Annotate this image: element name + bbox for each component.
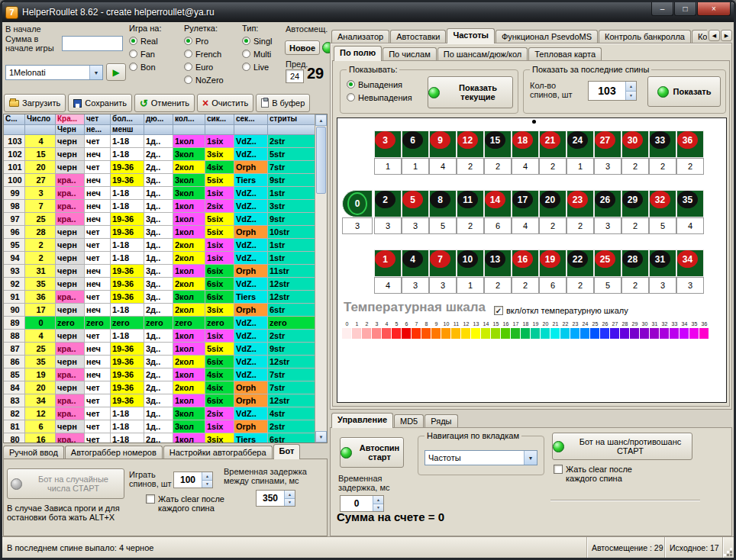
resize-grip[interactable] xyxy=(723,537,734,558)
spin-row[interactable]: 8420чернчет19-362д..2кол4sixOrph7str xyxy=(4,381,327,394)
combo-arrow-icon[interactable]: ▼ xyxy=(89,66,102,79)
roulette-option-0[interactable]: Pro xyxy=(184,34,239,47)
spin-row[interactable]: 8519кра..неч19-362д..1кол4sixVdZ..7str xyxy=(4,369,327,381)
spin-row[interactable]: 816чернчет1-181д..3кол1sixOrph2str xyxy=(4,420,327,433)
toolbar-save-button[interactable]: Сохранить xyxy=(68,94,132,112)
new-autoshift-button[interactable]: Новое xyxy=(285,40,320,55)
control-tab-2[interactable]: Ряды xyxy=(424,414,457,428)
show-current-button[interactable]: Показать текущие xyxy=(428,76,513,108)
autospin-start-button[interactable]: Автоспин старт xyxy=(340,437,404,468)
chance-bot-start-button[interactable]: Бот на шанс/противошанс СТАРТ xyxy=(552,433,692,460)
type-option-0[interactable]: Singl xyxy=(242,34,283,47)
control-tab-1[interactable]: MD5 xyxy=(394,414,424,428)
clipboard-icon xyxy=(261,98,269,108)
spin-down-button[interactable]: ▼ xyxy=(626,92,636,101)
main-tab-4[interactable]: Контроль банкролла xyxy=(599,30,691,43)
spin-row[interactable]: 8725кра..неч19-363д..1кол5sixVdZ..9str xyxy=(4,343,327,356)
game-option-2[interactable]: Bon xyxy=(129,60,181,73)
control-delay-value[interactable]: 0 xyxy=(341,496,373,511)
freq-tab-2[interactable]: По шансам/дюж/кол xyxy=(437,47,528,61)
spin-row[interactable]: 987кра..неч1-181д..1кол2sixVdZ..3str xyxy=(4,200,327,213)
clear-after-spin-checkbox[interactable]: Жать clear после каждого спина xyxy=(554,465,645,483)
control-tab-0[interactable]: Управление xyxy=(331,413,393,428)
spin-up-button[interactable]: ▲ xyxy=(626,82,636,92)
tab-navigation-combo[interactable]: Частоты ▼ xyxy=(424,450,537,465)
roulette-option-3[interactable]: NoZero xyxy=(184,73,239,86)
show-button-label: Показать xyxy=(673,87,712,96)
spin-row[interactable]: 952чернчет1-181д..2кол1sixVdZ..1str xyxy=(4,239,327,252)
preset-combo[interactable]: 1Melonati ▼ xyxy=(5,65,103,80)
scale-color-swatch xyxy=(372,328,382,339)
spin-row[interactable]: 8016кра..чет1-182д..1кол3sixTiers6str xyxy=(4,433,327,443)
spins-count-value[interactable]: 100 xyxy=(174,472,202,488)
close-button[interactable]: × xyxy=(697,2,731,16)
freq-tab-3[interactable]: Тепловая карта xyxy=(528,47,602,61)
main-tab-1[interactable]: Автоставки xyxy=(390,30,446,43)
clear-after-spin-checkbox[interactable]: Жать clear после каждого спина xyxy=(146,494,225,513)
combo-arrow-icon[interactable]: ▼ xyxy=(524,451,537,465)
minimize-button[interactable]: – xyxy=(651,2,673,16)
toolbar-undo-button[interactable]: ↺Отменить xyxy=(134,94,195,112)
last-spins-value[interactable]: 103 xyxy=(589,82,625,100)
toolbar-clear-button[interactable]: ×Очистить xyxy=(197,94,253,112)
input-tab-1[interactable]: Автограббер номеров xyxy=(65,446,163,459)
scroll-up-icon[interactable]: ▲ xyxy=(315,114,327,126)
spin-row[interactable]: 9628чернчет19-363д..1кол5sixOrph10str xyxy=(4,226,327,239)
random-bot-start-button[interactable]: Бот на случайные числа СТАРТ xyxy=(7,468,124,499)
spins-table[interactable]: С...ЧислоКра...четбол...дю...кол...сик..… xyxy=(3,114,328,443)
spin-up-button[interactable]: ▲ xyxy=(202,472,212,481)
spin-row[interactable]: 9235черннеч19-363д..2кол6sixVdZ..12str xyxy=(4,278,327,291)
roulette-option-2[interactable]: Euro xyxy=(184,60,239,73)
input-tab-2[interactable]: Настройки автограббера xyxy=(163,446,273,459)
spin-down-button[interactable]: ▼ xyxy=(202,481,212,488)
tabs-scroll-right-button[interactable]: ▶ xyxy=(721,30,732,41)
main-tab-5[interactable]: Колесо xyxy=(692,30,707,43)
spin-delay-value[interactable]: 350 xyxy=(257,491,284,506)
game-option-0[interactable]: Real xyxy=(129,34,181,47)
show-option-0[interactable]: Выпадения xyxy=(347,78,412,91)
show-button[interactable]: Показать xyxy=(647,76,721,107)
spin-down-button[interactable]: ▼ xyxy=(285,499,295,507)
spin-row[interactable]: 8212кра..чет1-181д..3кол2sixVdZ..4str xyxy=(4,407,327,420)
main-tab-3[interactable]: Функционал PsevdoMS xyxy=(496,30,598,43)
type-option-1[interactable]: Multi xyxy=(242,47,283,60)
main-tab-0[interactable]: Анализатор xyxy=(331,30,389,43)
spin-row[interactable]: 9725кра..неч19-363д..1кол5sixVdZ..9str xyxy=(4,213,327,226)
scroll-thumb[interactable] xyxy=(316,127,326,194)
spin-row[interactable]: 10120чернчет19-362д..2кол4sixOrph7str xyxy=(4,161,327,174)
spin-row[interactable]: 890zerozerozerozerozerozeroVdZ..zero xyxy=(4,317,327,330)
spin-row[interactable]: 993кра..неч1-181д..3кол1sixVdZ..1str xyxy=(4,187,327,200)
freq-tab-1[interactable]: По числам xyxy=(383,47,437,61)
spin-row[interactable]: 9136кра..чет19-363д..3кол6sixTiers12str xyxy=(4,291,327,304)
show-option-1[interactable]: Невыпадения xyxy=(347,91,412,104)
titlebar[interactable]: 7 HelperRoullet 8.62 - create helperroul… xyxy=(2,2,734,22)
start-sum-input[interactable] xyxy=(62,36,123,51)
maximize-button[interactable]: □ xyxy=(674,2,696,16)
play-button[interactable]: ▶ xyxy=(106,63,126,81)
spin-row[interactable]: 10027кра..неч19-363д..3кол5sixTiers9str xyxy=(4,174,327,187)
spin-up-button[interactable]: ▲ xyxy=(285,491,295,499)
scroll-down-icon[interactable]: ▼ xyxy=(315,431,327,443)
toolbar-copy-buffer-button[interactable]: В буфер xyxy=(256,94,310,112)
input-tab-0[interactable]: Ручной ввод xyxy=(3,446,64,459)
field-count-2: 3 xyxy=(374,217,402,234)
table-scrollbar[interactable]: ▲ ▼ xyxy=(315,114,327,443)
spin-row[interactable]: 8635черннеч19-363д..2кол6sixVdZ..12str xyxy=(4,356,327,369)
tabs-scroll-left-button[interactable]: ◀ xyxy=(709,30,720,41)
freq-tab-0[interactable]: По полю xyxy=(334,46,382,61)
game-option-1[interactable]: Fan xyxy=(129,47,181,60)
temperature-scale-checkbox[interactable]: ✓ вкл/откл температурную шкалу xyxy=(494,306,662,315)
spin-row[interactable]: 10215черннеч1-182д..3кол3sixVdZ..5str xyxy=(4,148,327,161)
roulette-option-1[interactable]: French xyxy=(184,47,239,60)
spin-row[interactable]: 942чернчет1-181д..2кол1sixVdZ..1str xyxy=(4,252,327,265)
spin-row[interactable]: 1034чернчет1-181д..1кол1sixVdZ..2str xyxy=(4,135,327,148)
spin-row[interactable]: 9331черннеч19-363д..1кол6sixOrph11str xyxy=(4,265,327,278)
spin-up-button[interactable]: ▲ xyxy=(373,496,383,504)
spin-row[interactable]: 9017черннеч1-182д..2кол3sixOrph6str xyxy=(4,304,327,317)
spin-row[interactable]: 884чернчет1-181д..1кол1sixVdZ..2str xyxy=(4,330,327,343)
type-option-2[interactable]: Live xyxy=(242,60,283,73)
input-tab-3[interactable]: Бот xyxy=(273,444,301,459)
toolbar-load-button[interactable]: Загрузить xyxy=(4,94,66,112)
spin-row[interactable]: 8334кра..чет19-363д..1кол6sixOrph12str xyxy=(4,394,327,407)
main-tab-2[interactable]: Частоты xyxy=(447,28,494,43)
